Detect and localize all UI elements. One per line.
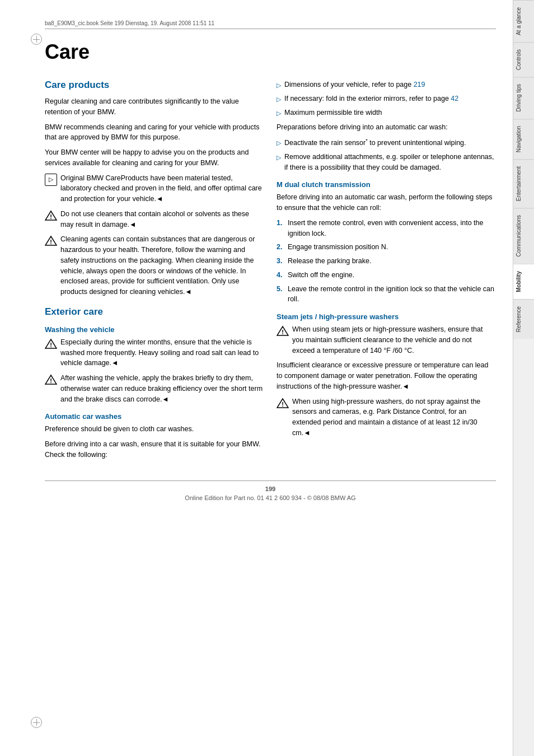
steam-jets-section: Steam jets / high-pressure washers ! Whe… [277,312,496,438]
corner-crosshair-tl [31,34,42,45]
care-products-section: Care products Regular cleaning and care … [45,80,263,297]
care-note1: ▷ Original BMW CareProducts have been ma… [45,173,263,204]
svg-text:!: ! [282,401,284,408]
bullet-arrow-1: ▷ [277,95,281,104]
sidebar-tab-reference[interactable]: Reference [513,299,534,339]
top-bar: ba8_E90M3_cic.book Seite 199 Dienstag, 1… [45,17,496,29]
sidebar-tab-at-a-glance[interactable]: At a glance [513,0,534,42]
m-dual-section: M dual clutch transmission Before drivin… [277,180,496,305]
steam-p1: Insufficient clearance or excessive pres… [277,360,496,391]
prep-text-1: Remove additional attachments, e.g. spoi… [284,152,496,173]
warning-icon-3: ! [45,235,57,247]
prep-arrow-1: ▷ [277,153,281,162]
exterior-care-heading: Exterior care [45,306,263,318]
svg-text:!: ! [50,213,52,220]
step-3-text: Release the parking brake. [288,256,371,267]
steam-note1-text: When using steam jets or high-pressure w… [292,324,496,356]
care-products-p3: Your BMW center will be happy to advise … [45,147,263,169]
exterior-care-section: Exterior care Washing the vehicle ! E [45,306,263,460]
page-link-219[interactable]: 219 [414,81,425,88]
m-dual-subheading: M dual clutch transmission [277,180,496,189]
care-note3-text: Cleaning agents can contain substances t… [60,234,263,297]
prep-bullets: ▷ Deactivate the rain sensor* to prevent… [277,137,496,172]
steam-jets-subheading: Steam jets / high-pressure washers [277,312,496,321]
bullet-text-2: Maximum permissible tire width [284,108,382,118]
step-3: 3. Release the parking brake. [277,256,496,267]
bullet-item-1: ▷ If necessary: fold in the exterior mir… [277,94,496,104]
step-1: 1. Insert the remote control, even with … [277,218,496,239]
step-4: 4. Switch off the engine. [277,270,496,281]
washing-note1: ! Especially during the winter months, e… [45,337,263,368]
step-1-text: Insert the remote control, even with con… [288,218,496,239]
sidebar-tab-controls[interactable]: Controls [513,42,534,77]
bullet-text-1: If necessary: fold in the exterior mirro… [284,94,458,104]
step-5: 5. Leave the remote control in the ignit… [277,284,496,305]
bullet-arrow-2: ▷ [277,109,281,118]
care-products-heading: Care products [45,80,263,91]
footer-text: Online Edition for Part no. 01 41 2 600 … [45,494,496,501]
svg-text:!: ! [50,239,52,245]
page-link-42[interactable]: 42 [451,95,458,102]
steam-note1: ! When using steam jets or high-pressure… [277,324,496,356]
care-products-p2: BMW recommends cleaning and caring for y… [45,122,263,143]
right-sidebar: At a glance Controls Driving tips Naviga… [513,0,534,756]
warning-icon-2: ! [45,209,57,222]
left-column: Care products Regular cleaning and care … [45,80,263,467]
care-products-p1: Regular cleaning and care contributes si… [45,96,263,118]
auto-washes-subheading: Automatic car washes [45,412,263,421]
topbar-text: ba8_E90M3_cic.book Seite 199 Dienstag, 1… [45,20,214,26]
bullet-item-2: ▷ Maximum permissible tire width [277,108,496,118]
care-note1-text: Original BMW CareProducts have been mate… [60,173,263,204]
arrow-note-icon-1: ▷ [45,174,57,186]
auto-washes-p1: Preference should be given to cloth car … [45,424,263,435]
steam-note2: ! When using high-pressure washers, do n… [277,396,496,438]
bullet-text-0: Dimensions of your vehicle, refer to pag… [284,80,425,90]
step-4-text: Switch off the engine. [288,270,354,281]
steam-note2-text: When using high-pressure washers, do not… [292,396,496,438]
care-note2-text: Do not use cleaners that contain alcohol… [60,209,263,230]
prep-arrow-0: ▷ [277,138,281,148]
svg-text:!: ! [282,329,284,335]
m-dual-intro: Before driving into an automatic car was… [277,192,496,213]
prep-bullet-1: ▷ Remove additional attachments, e.g. sp… [277,152,496,173]
svg-text:!: ! [50,377,52,384]
warning-icon-steam2: ! [277,397,289,409]
page-title: Care [45,40,496,64]
auto-washes-p2: Before driving into a car wash, ensure t… [45,439,263,460]
prep-text-0: Deactivate the rain sensor* to prevent u… [284,137,466,148]
sidebar-tab-communications[interactable]: Communications [513,208,534,263]
washing-note1-text: Especially during the winter months, ens… [60,337,263,368]
sidebar-tab-mobility[interactable]: Mobility [513,264,534,299]
step-2-text: Engage transmission position N. [288,242,388,253]
right-column: ▷ Dimensions of your vehicle, refer to p… [277,80,496,467]
washing-note2-text: After washing the vehicle, apply the bra… [60,373,263,404]
sidebar-tab-driving-tips[interactable]: Driving tips [513,77,534,118]
svg-text:!: ! [50,342,52,348]
warning-icon-steam1: ! [277,325,289,337]
step-2: 2. Engage transmission position N. [277,242,496,253]
page-number: 199 [45,486,496,492]
corner-crosshair-bl [31,717,42,728]
washing-subheading: Washing the vehicle [45,325,263,334]
bullet-item-0: ▷ Dimensions of your vehicle, refer to p… [277,80,496,90]
page-footer: 199 Online Edition for Part no. 01 41 2 … [45,480,496,501]
washing-subsection: Washing the vehicle ! Especially during … [45,325,263,405]
prep-text: Preparations before driving into an auto… [277,122,496,133]
prep-bullet-0: ▷ Deactivate the rain sensor* to prevent… [277,137,496,148]
bullet-arrow-0: ▷ [277,81,281,90]
check-bullets: ▷ Dimensions of your vehicle, refer to p… [277,80,496,118]
step-5-text: Leave the remote control in the ignition… [288,284,496,305]
warning-icon-wash1: ! [45,338,57,350]
washing-note2: ! After washing the vehicle, apply the b… [45,373,263,404]
m-dual-steps: 1. Insert the remote control, even with … [277,218,496,305]
sidebar-tab-entertainment[interactable]: Entertainment [513,159,534,208]
sidebar-tab-navigation[interactable]: Navigation [513,119,534,159]
care-note3: ! Cleaning agents can contain substances… [45,234,263,297]
warning-icon-wash2: ! [45,374,57,386]
auto-washes-subsection: Automatic car washes Preference should b… [45,412,263,460]
care-note2: ! Do not use cleaners that contain alcoh… [45,209,263,230]
